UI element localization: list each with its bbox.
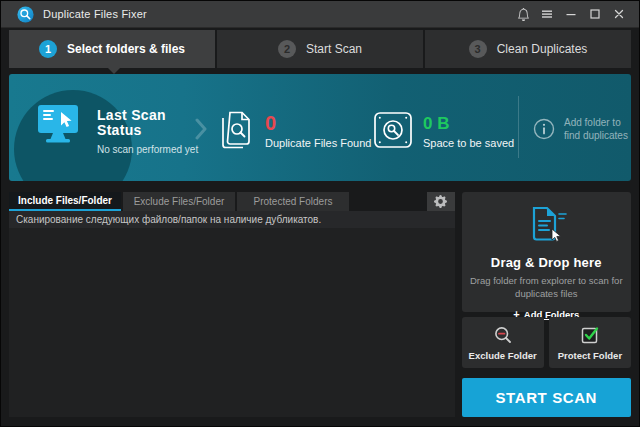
space-saved-stat: 0 B Space to be saved xyxy=(373,110,514,150)
add-hint-line1: Add folder to xyxy=(564,116,628,129)
info-icon xyxy=(533,118,555,140)
minimize-button[interactable] xyxy=(559,2,583,26)
step-number-badge: 1 xyxy=(39,40,57,58)
step-select-folders[interactable]: 1 Select folders & files xyxy=(9,30,215,68)
actions-panel: Drag & Drop here Drag folder from explor… xyxy=(462,192,631,417)
protect-checkbox-icon xyxy=(580,325,600,345)
step-clean-duplicates[interactable]: 3 Clean Duplicates xyxy=(425,30,631,68)
gear-icon xyxy=(434,195,447,208)
close-icon xyxy=(613,8,625,20)
close-button[interactable] xyxy=(607,2,631,26)
step-start-scan[interactable]: 2 Start Scan xyxy=(217,30,423,68)
duplicate-files-icon xyxy=(219,110,255,152)
protect-folder-button[interactable]: Protect Folder xyxy=(549,317,631,368)
minimize-icon xyxy=(565,8,577,20)
duplicate-files-stat: 0 Duplicate Files Found xyxy=(219,110,371,152)
window-title: Duplicate Files Fixer xyxy=(43,8,147,20)
bell-icon xyxy=(517,8,530,21)
tab-exclude-files[interactable]: Exclude Files/Folder xyxy=(123,192,235,211)
chevron-right-icon xyxy=(195,118,207,140)
main-content: Include Files/Folder Exclude Files/Folde… xyxy=(9,192,631,417)
include-list-area[interactable] xyxy=(9,228,455,417)
dropzone-desc-line1: Drag folder from explorer to scan for xyxy=(462,274,631,287)
titlebar-controls xyxy=(511,2,631,26)
last-scan-subtitle: No scan performed yet xyxy=(97,144,198,155)
wizard-steps: 1 Select folders & files 2 Start Scan 3 … xyxy=(9,30,631,68)
step-label: Start Scan xyxy=(306,42,362,56)
disk-space-icon xyxy=(373,110,413,150)
add-hint-line2: find duplicates xyxy=(564,129,628,142)
dropzone-description: Drag folder from explorer to scan for du… xyxy=(462,274,631,300)
drop-document-icon xyxy=(524,205,568,245)
space-saved-label: Space to be saved xyxy=(423,137,514,149)
maximize-button[interactable] xyxy=(583,2,607,26)
maximize-icon xyxy=(589,8,601,20)
monitor-icon xyxy=(37,103,79,147)
step-number-badge: 3 xyxy=(469,40,487,58)
duplicate-files-count: 0 xyxy=(265,112,371,134)
titlebar: Duplicate Files Fixer xyxy=(1,1,639,28)
folder-tabs: Include Files/Folder Exclude Files/Folde… xyxy=(9,192,455,211)
step-label: Clean Duplicates xyxy=(497,42,588,56)
dropzone-title: Drag & Drop here xyxy=(462,255,631,270)
duplicate-files-label: Duplicate Files Found xyxy=(265,137,371,149)
active-step-notch xyxy=(107,67,121,74)
protect-folder-label: Protect Folder xyxy=(558,350,622,361)
app-window: Duplicate Files Fixer xyxy=(0,0,640,427)
exclude-folder-button[interactable]: Exclude Folder xyxy=(462,317,544,368)
last-scan-title-line1: Last Scan xyxy=(97,108,198,123)
tab-include-files[interactable]: Include Files/Folder xyxy=(9,192,121,211)
space-saved-value: 0 B xyxy=(423,112,514,134)
drag-drop-zone[interactable]: Drag & Drop here Drag folder from explor… xyxy=(462,192,631,312)
exclude-magnifier-icon xyxy=(493,325,513,345)
settings-button[interactable] xyxy=(427,192,455,211)
scan-status-banner: Last Scan Status No scan performed yet 0… xyxy=(9,74,631,181)
start-scan-button[interactable]: START SCAN xyxy=(462,378,631,417)
dropzone-desc-line2: duplicates files xyxy=(462,287,631,300)
tab-spacer xyxy=(351,192,425,211)
banner-divider xyxy=(518,96,519,158)
last-scan-status: Last Scan Status No scan performed yet xyxy=(97,108,198,155)
folders-panel: Include Files/Folder Exclude Files/Folde… xyxy=(9,192,455,417)
include-list-header: Сканирование следующих файлов/папок на н… xyxy=(9,211,455,228)
exclude-folder-label: Exclude Folder xyxy=(469,350,537,361)
add-folder-hint: Add folder to find duplicates xyxy=(533,116,628,142)
menu-button[interactable] xyxy=(535,2,559,26)
step-number-badge: 2 xyxy=(278,40,296,58)
app-logo-icon xyxy=(17,6,34,23)
step-label: Select folders & files xyxy=(67,42,185,56)
tab-protected-folders[interactable]: Protected Folders xyxy=(237,192,349,211)
last-scan-title-line2: Status xyxy=(97,123,198,138)
menu-icon xyxy=(541,8,553,20)
notifications-button[interactable] xyxy=(511,2,535,26)
folder-action-buttons: Exclude Folder Protect Folder xyxy=(462,317,631,368)
